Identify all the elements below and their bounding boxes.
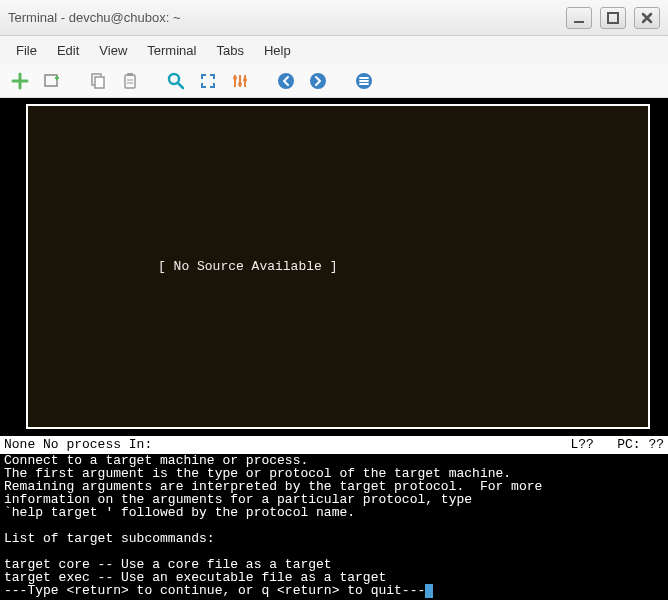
svg-rect-4 [95, 77, 104, 88]
gdb-line: `help target ' followed by the protocol … [4, 505, 355, 520]
svg-point-8 [233, 76, 237, 80]
no-source-message: [ No Source Available ] [158, 259, 337, 274]
close-button[interactable] [634, 7, 660, 29]
menu-terminal[interactable]: Terminal [137, 39, 206, 62]
go-previous-button[interactable] [272, 67, 300, 95]
svg-point-9 [238, 82, 242, 86]
titlebar: Terminal - devchu@chubox: ~ [0, 0, 668, 36]
preferences-icon [231, 72, 249, 90]
gdb-line: ---Type <return> to continue, or q <retu… [4, 583, 425, 598]
minimize-button[interactable] [566, 7, 592, 29]
status-right: L?? PC: ?? [570, 437, 664, 453]
menu-edit[interactable]: Edit [47, 39, 89, 62]
new-window-button[interactable] [38, 67, 66, 95]
close-icon [640, 11, 654, 25]
go-next-button[interactable] [304, 67, 332, 95]
terminal-area[interactable]: [ No Source Available ] None No process … [0, 98, 668, 600]
menubar: File Edit View Terminal Tabs Help [0, 36, 668, 64]
copy-button[interactable] [84, 67, 112, 95]
window-title: Terminal - devchu@chubox: ~ [8, 10, 566, 25]
search-button[interactable] [162, 67, 190, 95]
gdb-line: List of target subcommands: [4, 531, 215, 546]
dropdown-menu-button[interactable] [350, 67, 378, 95]
paste-icon [121, 72, 139, 90]
minimize-icon [572, 11, 586, 25]
svg-rect-6 [127, 73, 133, 76]
paste-button[interactable] [116, 67, 144, 95]
fullscreen-button[interactable] [194, 67, 222, 95]
status-line: None No process In: L?? PC: ?? [0, 436, 668, 454]
menu-tabs[interactable]: Tabs [206, 39, 253, 62]
maximize-icon [606, 11, 620, 25]
cursor [425, 584, 433, 598]
copy-icon [89, 72, 107, 90]
svg-rect-2 [45, 75, 57, 86]
new-tab-button[interactable] [6, 67, 34, 95]
menu-view[interactable]: View [89, 39, 137, 62]
menu-help[interactable]: Help [254, 39, 301, 62]
status-left: None No process In: [4, 437, 570, 453]
svg-rect-0 [574, 21, 584, 23]
toolbar [0, 64, 668, 98]
svg-point-12 [310, 73, 326, 89]
preferences-button[interactable] [226, 67, 254, 95]
fullscreen-icon [199, 72, 217, 90]
go-next-icon [309, 72, 327, 90]
svg-rect-1 [608, 13, 618, 23]
svg-point-10 [243, 78, 247, 82]
search-icon [167, 72, 185, 90]
menu-file[interactable]: File [6, 39, 47, 62]
menu-icon [355, 72, 373, 90]
go-previous-icon [277, 72, 295, 90]
source-pane: [ No Source Available ] [26, 104, 650, 429]
svg-rect-5 [125, 75, 135, 88]
window-controls [566, 7, 660, 29]
new-tab-icon [11, 72, 29, 90]
new-window-icon [43, 72, 61, 90]
gdb-output: Connect to a target machine or process. … [4, 454, 664, 596]
maximize-button[interactable] [600, 7, 626, 29]
svg-point-11 [278, 73, 294, 89]
